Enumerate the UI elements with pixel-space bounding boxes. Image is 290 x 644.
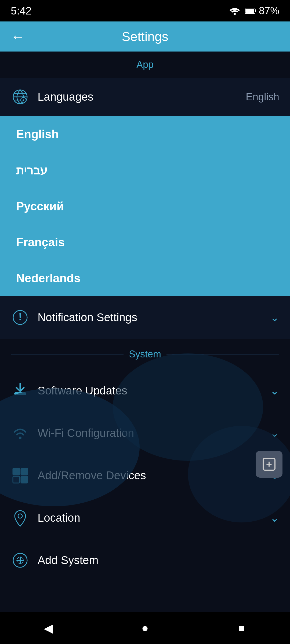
nav-home-button[interactable]: ●: [134, 617, 156, 639]
svg-point-0: [234, 13, 236, 15]
svg-rect-14: [13, 468, 20, 475]
settings-content: App A Languages English English עברית: [0, 52, 290, 581]
wifi-chevron: ⌄: [270, 427, 279, 439]
notification-icon: !: [11, 308, 30, 327]
location-label: Location: [38, 511, 265, 524]
top-bar: ← Settings: [0, 21, 290, 52]
location-icon: [11, 508, 30, 527]
add-remove-devices-label: Add/Remove Devices: [38, 469, 265, 482]
system-line-right: [166, 354, 279, 354]
svg-rect-2: [255, 9, 256, 12]
software-updates-chevron: ⌄: [270, 385, 279, 397]
wifi-config-row[interactable]: Wi-Fi Configuration ⌄: [0, 412, 290, 454]
software-updates-row[interactable]: Software Updates ⌄: [0, 369, 290, 412]
nav-back-button[interactable]: ◀: [38, 617, 59, 639]
battery-icon: [245, 7, 257, 14]
software-icon-svg: [12, 382, 29, 400]
page-title: Settings: [122, 29, 168, 44]
wifi-icon-svg: [12, 425, 29, 442]
back-button[interactable]: ←: [11, 30, 25, 43]
svg-point-13: [19, 437, 21, 439]
svg-rect-3: [245, 9, 254, 13]
language-dropdown: English עברית Русский Français Nederland…: [0, 116, 290, 296]
language-option-hebrew[interactable]: עברית: [0, 152, 290, 188]
devices-icon-svg: [12, 467, 29, 484]
svg-point-18: [18, 514, 22, 518]
software-updates-label: Software Updates: [38, 384, 265, 397]
languages-row[interactable]: A Languages English: [0, 78, 290, 116]
wifi-config-label: Wi-Fi Configuration: [38, 427, 265, 440]
nav-bar: ◀ ● ■: [0, 612, 290, 644]
floating-button-icon: [261, 456, 277, 472]
software-updates-icon: [11, 381, 30, 400]
app-section-label: App: [136, 59, 154, 70]
language-option-english[interactable]: English: [0, 116, 290, 152]
svg-rect-12: [14, 392, 26, 395]
system-line-left: [11, 354, 124, 354]
svg-text:A: A: [22, 98, 25, 102]
notification-chevron-icon: ⌄: [270, 311, 279, 324]
status-bar: 5:42 87%: [0, 0, 290, 21]
language-option-french[interactable]: Français: [0, 224, 290, 260]
notification-settings-label: Notification Settings: [38, 311, 265, 324]
wifi-status-icon: [229, 6, 241, 16]
system-section-label: System: [129, 349, 161, 360]
languages-label: Languages: [38, 90, 246, 103]
nav-home-icon: ●: [142, 621, 149, 635]
battery-percent: 87%: [259, 5, 279, 17]
language-option-dutch[interactable]: Nederlands: [0, 260, 290, 296]
system-section-header: System: [0, 339, 290, 369]
languages-value: English: [246, 91, 279, 103]
nav-recent-button[interactable]: ■: [231, 617, 252, 639]
battery-status: 87%: [245, 5, 279, 17]
svg-rect-16: [13, 476, 20, 483]
location-icon-svg: [12, 509, 28, 527]
nav-recent-icon: ■: [238, 622, 245, 634]
wifi-config-icon: [11, 424, 30, 442]
floating-action-button[interactable]: [256, 451, 282, 478]
svg-rect-17: [21, 476, 28, 483]
notification-settings-row[interactable]: ! Notification Settings ⌄: [0, 296, 290, 339]
app-section-header: App: [0, 52, 290, 78]
devices-icon: [11, 466, 30, 485]
location-row[interactable]: Location ⌄: [0, 497, 290, 539]
nav-back-icon: ◀: [44, 621, 53, 635]
status-time: 5:42: [11, 5, 32, 17]
add-system-row[interactable]: Add System: [0, 539, 290, 581]
location-chevron: ⌄: [270, 512, 279, 524]
add-system-label: Add System: [38, 554, 279, 567]
section-line-right: [159, 65, 279, 65]
status-icons: 87%: [229, 5, 279, 17]
add-system-icon-svg: [12, 552, 29, 569]
language-icon-svg: A: [12, 89, 28, 105]
section-line-left: [11, 65, 131, 65]
languages-icon: A: [11, 87, 30, 106]
language-option-russian[interactable]: Русский: [0, 188, 290, 224]
notification-icon-svg: !: [12, 309, 28, 325]
add-system-icon: [11, 551, 30, 570]
svg-text:!: !: [19, 311, 22, 322]
add-remove-devices-row[interactable]: Add/Remove Devices ⌄: [0, 454, 290, 497]
svg-rect-15: [21, 468, 28, 475]
